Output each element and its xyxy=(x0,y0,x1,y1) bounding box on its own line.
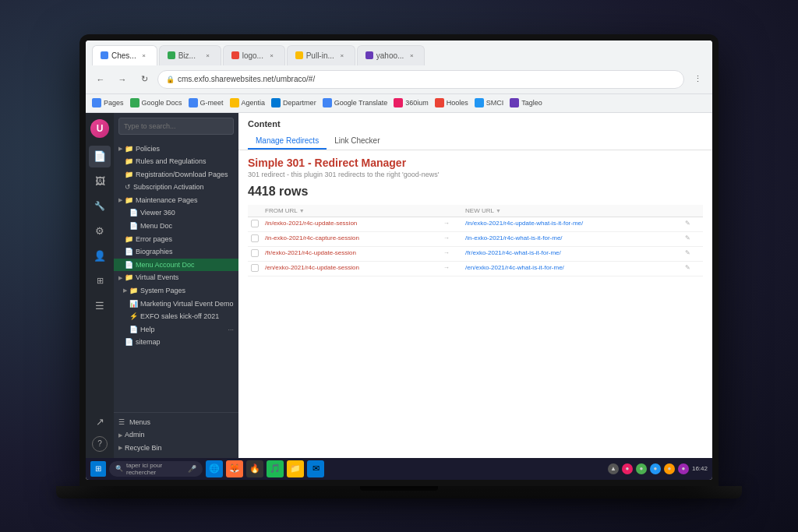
taskbar-mail[interactable]: ✉ xyxy=(307,460,324,477)
tree-item-policies[interactable]: ▶ 📁 Policies xyxy=(114,143,238,156)
tab-manage-redirects[interactable]: Manage Redirects xyxy=(248,133,327,150)
tree-folder-reg: 📁 xyxy=(125,170,133,180)
tree-item-menus[interactable]: ☰ Menus xyxy=(114,416,238,429)
bookmark-translate[interactable]: Google Translate xyxy=(323,98,388,107)
help-icon-btn[interactable]: ? xyxy=(92,436,108,452)
tree-item-system-pages[interactable]: ▶ 📁 System Pages xyxy=(114,284,238,298)
forward-button[interactable]: → xyxy=(114,71,131,88)
settings-icon-btn[interactable]: ⚙ xyxy=(89,220,111,242)
bookmark-smci[interactable]: SMCI xyxy=(475,98,504,107)
bookmark-hooles[interactable]: Hooles xyxy=(435,98,468,107)
media-icon-btn[interactable]: 🖼 xyxy=(89,171,111,192)
tab-4[interactable]: Pull-in... × xyxy=(287,45,355,65)
tree-item-bios[interactable]: ▶ 📄 Biographies xyxy=(114,245,238,259)
bookmark-gmeet[interactable]: G-meet xyxy=(189,98,224,107)
taskbar-firefox[interactable]: 🦊 xyxy=(226,460,243,477)
laptop-notch xyxy=(360,486,438,491)
refresh-button[interactable]: ↻ xyxy=(136,71,153,88)
tree-item-virtual-events[interactable]: ▶ 📁 Virtual Events xyxy=(114,271,238,284)
taskbar-search-bar[interactable]: 🔍 taper ici pour rechercher 🎤 xyxy=(109,461,203,477)
bookmark-360[interactable]: 360ium xyxy=(394,98,429,107)
tree-item-admin[interactable]: ▶ Admin xyxy=(114,428,238,442)
tray-icon-1[interactable]: ▲ xyxy=(608,463,619,474)
bookmark-gdocs[interactable]: Google Docs xyxy=(130,98,182,107)
taskbar-app-3[interactable]: 🔥 xyxy=(246,460,263,477)
row-4-checkbox-cell xyxy=(248,261,262,276)
tab-1[interactable]: Ches... × xyxy=(92,45,157,65)
bookmark-dept[interactable]: Departmer xyxy=(271,98,316,107)
back-button[interactable]: ← xyxy=(92,71,109,88)
cms-logo[interactable]: U xyxy=(90,119,109,138)
row-3-to: /fr/exko-2021/r4c-what-is-it-for-me/ xyxy=(462,246,682,261)
tree-label-reg: Registration/Download Pages xyxy=(136,170,234,180)
bookmark-pages[interactable]: Pages xyxy=(92,98,124,107)
tab-4-close[interactable]: × xyxy=(337,51,347,60)
tree-item-rules[interactable]: ▶ 📁 Rules and Regulations xyxy=(114,155,238,168)
extensions-button[interactable]: ⋮ xyxy=(689,71,706,88)
row-2-action[interactable]: ✎ xyxy=(682,231,703,246)
tab-5-close[interactable]: × xyxy=(407,51,416,60)
row-1-checkbox-cell xyxy=(248,217,262,231)
tree-item-viewer360[interactable]: ▶ 📄 Viewer 360 xyxy=(114,206,238,220)
sort-new-icon[interactable]: ▼ xyxy=(496,208,501,213)
taskbar-explorer[interactable]: 📁 xyxy=(287,460,304,477)
tab-5[interactable]: yahoo... × xyxy=(357,45,425,65)
bookmark-pages-icon xyxy=(92,98,101,107)
tree-item-registration[interactable]: ▶ 📁 Registration/Download Pages xyxy=(114,168,238,181)
tree-item-subscription[interactable]: ▶ ↺ Subscription Activation xyxy=(114,181,238,194)
tree-item-menudoc[interactable]: ▶ 📄 Menu Doc xyxy=(114,220,238,233)
tab-2-favicon xyxy=(168,51,175,59)
redirect-icon-btn[interactable]: ↗ xyxy=(89,411,111,433)
sort-from-icon[interactable]: ▼ xyxy=(299,208,305,213)
tray-icon-2[interactable]: ● xyxy=(622,463,633,474)
tray-icon-5[interactable]: ● xyxy=(664,463,675,474)
tree-arrow-policies: ▶ xyxy=(118,145,122,153)
col-from-url: FROM URL ▼ xyxy=(262,205,440,217)
tree-item-sitemap[interactable]: ▶ 📄 sitemap xyxy=(114,336,238,349)
taskbar-app-4[interactable]: 🎵 xyxy=(267,460,284,477)
content-icon-btn[interactable]: ⊞ xyxy=(89,270,111,292)
user-icon-btn[interactable]: 👤 xyxy=(89,245,111,267)
tab-4-favicon xyxy=(295,51,303,59)
redirect-row-count: 4418 rows xyxy=(248,185,703,199)
tree-item-menu-account-doc[interactable]: ▶ 📄 Menu Account Doc xyxy=(114,259,238,272)
tab-3[interactable]: logo... × xyxy=(223,45,285,65)
bookmark-tagleo[interactable]: Tagleo xyxy=(510,98,542,107)
tray-icon-6[interactable]: ● xyxy=(678,463,689,474)
tray-icon-4[interactable]: ● xyxy=(650,463,661,474)
taskbar-edge[interactable]: 🌐 xyxy=(206,460,223,477)
pages-icon-btn[interactable]: 📄 xyxy=(89,146,111,167)
tree-search-input[interactable] xyxy=(118,118,234,135)
forms-icon-btn[interactable]: ☰ xyxy=(89,295,111,317)
tree-search-container xyxy=(114,113,238,139)
tab-1-close[interactable]: × xyxy=(139,51,149,60)
tree-dots-help[interactable]: ··· xyxy=(228,325,234,335)
tab-3-close[interactable]: × xyxy=(267,51,277,60)
row-4-action[interactable]: ✎ xyxy=(682,261,703,276)
start-button[interactable]: ⊞ xyxy=(90,461,106,477)
tab-2-close[interactable]: × xyxy=(203,51,213,60)
tree-item-exfo-sales[interactable]: ▶ ⚡ EXFO sales kick-off 2021 xyxy=(114,310,238,323)
tab-link-checker[interactable]: Link Checker xyxy=(327,133,387,150)
mic-icon: 🎤 xyxy=(188,465,196,473)
tree-label-sub: Subscription Activation xyxy=(133,182,234,192)
row-3-action[interactable]: ✎ xyxy=(682,246,703,261)
tab-2[interactable]: Biz... × xyxy=(159,45,221,65)
bookmark-agentia[interactable]: Agentia xyxy=(230,98,266,107)
tree-item-help[interactable]: ▶ 📄 Help ··· xyxy=(114,323,238,336)
row-1-action[interactable]: ✎ xyxy=(682,217,703,231)
row-2-checkbox-cell xyxy=(248,231,262,246)
tree-item-error[interactable]: ▶ 📁 Error pages xyxy=(114,233,238,246)
tree-item-recycle-bin[interactable]: ▶ Recycle Bin xyxy=(114,442,238,455)
row-1-checkbox[interactable] xyxy=(251,220,259,227)
tree-item-maintenance[interactable]: ▶ 📁 Maintenance Pages xyxy=(114,194,238,207)
tree-item-mktg-event[interactable]: ▶ 📊 Marketing Virtual Event Demo xyxy=(114,298,238,311)
wrench-icon-btn[interactable]: 🔧 xyxy=(89,196,111,217)
tree-label-mdoc: Menu Doc xyxy=(140,221,234,231)
row-4-checkbox[interactable] xyxy=(251,264,259,272)
tree-label-maint: Maintenance Pages xyxy=(136,196,234,206)
address-bar[interactable]: 🔒 cms.exfo.sharewebsites.net/umbraco/#/ xyxy=(157,70,684,89)
row-2-checkbox[interactable] xyxy=(251,234,259,242)
tray-icon-3[interactable]: ● xyxy=(636,463,647,474)
row-3-checkbox[interactable] xyxy=(251,249,259,257)
